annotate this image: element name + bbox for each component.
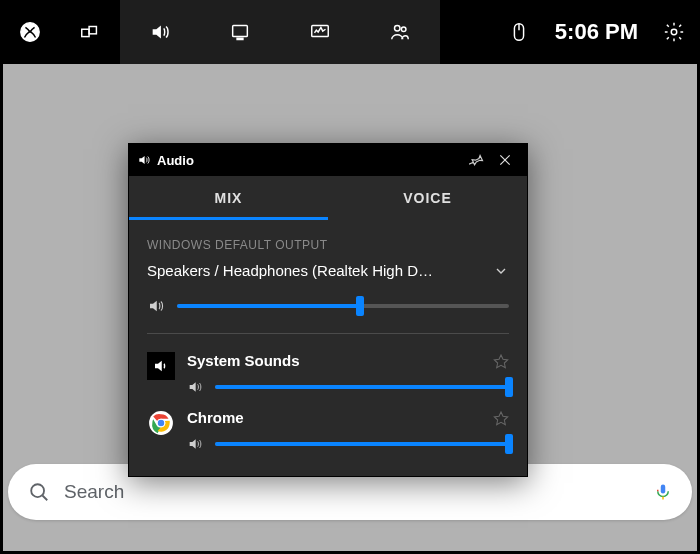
search-placeholder: Search — [64, 481, 654, 503]
svg-rect-3 — [233, 26, 248, 37]
chrome-icon — [147, 409, 175, 437]
panel-title: Audio — [157, 153, 463, 168]
master-volume-slider[interactable] — [177, 304, 509, 308]
svg-rect-4 — [237, 38, 243, 39]
mouse-button[interactable] — [501, 0, 537, 64]
master-volume-row — [147, 297, 509, 315]
divider — [147, 333, 509, 334]
svg-point-10 — [671, 29, 677, 35]
svg-rect-2 — [89, 27, 96, 34]
audio-icon — [137, 153, 151, 167]
svg-point-6 — [395, 26, 401, 31]
output-section-label: WINDOWS DEFAULT OUTPUT — [147, 238, 509, 252]
panel-titlebar[interactable]: Audio — [129, 144, 527, 176]
svg-rect-1 — [82, 29, 89, 36]
svg-rect-13 — [661, 485, 666, 494]
favorite-star-button[interactable] — [493, 353, 509, 369]
xbox-button[interactable] — [0, 0, 60, 64]
svg-rect-5 — [312, 26, 329, 37]
favorite-star-button[interactable] — [493, 410, 509, 426]
output-device-name: Speakers / Headphones (Realtek High D… — [147, 262, 493, 279]
pin-button[interactable] — [463, 146, 491, 174]
speaker-icon[interactable] — [187, 379, 203, 395]
settings-button[interactable] — [656, 0, 692, 64]
speaker-icon[interactable] — [187, 436, 203, 452]
tab-voice[interactable]: VOICE — [328, 176, 527, 220]
app-row-chrome: Chrome — [147, 409, 509, 452]
performance-button[interactable] — [280, 0, 360, 64]
audio-panel: Audio MIX VOICE WINDOWS DEFAULT OUTPUT S… — [128, 143, 528, 477]
chevron-down-icon — [493, 263, 509, 279]
mic-icon[interactable] — [654, 481, 672, 503]
svg-point-11 — [31, 484, 44, 497]
svg-marker-22 — [494, 412, 507, 425]
system-sounds-icon — [147, 352, 175, 380]
app-volume-slider[interactable] — [215, 385, 509, 389]
svg-line-12 — [42, 495, 47, 500]
app-row-system-sounds: System Sounds — [147, 352, 509, 395]
audio-button[interactable] — [120, 0, 200, 64]
app-volume-slider[interactable] — [215, 442, 509, 446]
output-device-selector[interactable]: Speakers / Headphones (Realtek High D… — [147, 262, 509, 279]
clock: 5:06 PM — [545, 19, 648, 45]
close-button[interactable] — [491, 146, 519, 174]
app-name-label: System Sounds — [187, 352, 493, 369]
game-bar-top: 5:06 PM — [0, 0, 700, 64]
tab-mix[interactable]: MIX — [129, 176, 328, 220]
svg-marker-18 — [494, 355, 507, 368]
panel-tabs: MIX VOICE — [129, 176, 527, 220]
quick-actions-group — [120, 0, 440, 64]
speaker-icon[interactable] — [147, 297, 165, 315]
social-button[interactable] — [360, 0, 440, 64]
svg-point-7 — [401, 27, 406, 32]
app-name-label: Chrome — [187, 409, 493, 426]
widgets-button[interactable] — [60, 0, 120, 64]
search-icon — [28, 481, 50, 503]
capture-button[interactable] — [200, 0, 280, 64]
